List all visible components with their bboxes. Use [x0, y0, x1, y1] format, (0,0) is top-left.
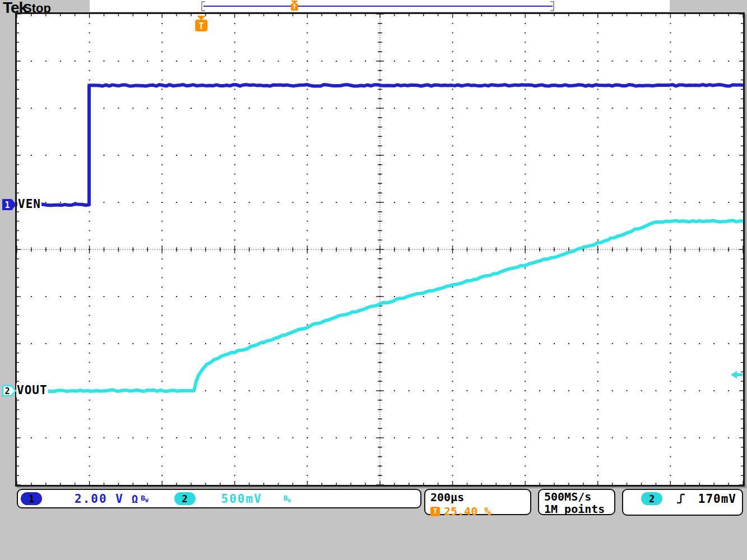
record-length-readout: 1M points	[544, 503, 614, 515]
rising-edge-icon	[676, 493, 686, 505]
sample-rate-readout: 500MS/s	[544, 490, 614, 503]
trigger-readout-box[interactable]: 2 170mV	[622, 489, 743, 516]
timebase-readout-box[interactable]: 200µs T 25.40 %	[424, 489, 531, 515]
ch1-impedance-icon: Ω	[132, 493, 138, 505]
ch1-reference-marker: 1	[2, 198, 17, 211]
ch1-trace-label: VEN	[17, 197, 41, 211]
channel-readouts-box[interactable]: 1 2.00 V Ω BW 2 500mV BW	[17, 489, 421, 508]
ch1-badge-number: 1	[29, 493, 34, 505]
ch1-badge: 1	[21, 492, 42, 505]
ch2-reference-marker: 2	[2, 384, 17, 397]
ch1-scale-readout: 2.00 V	[75, 492, 124, 506]
ch1-marker-number: 1	[4, 200, 10, 210]
acquisition-readout-box[interactable]: 500MS/s 1M points	[538, 489, 615, 515]
ch2-scale-readout: 500mV	[221, 492, 262, 506]
svg-text:T: T	[198, 21, 204, 31]
ch2-marker-number: 2	[4, 386, 10, 396]
trigger-source-badge: 2	[641, 492, 662, 505]
ch2-badge: 2	[174, 492, 196, 505]
ch2-trace-label: VOUT	[16, 383, 48, 397]
waveform-plot: T	[17, 14, 743, 485]
timebase-scale: 200µs	[430, 490, 530, 504]
waveform-display: T	[15, 12, 745, 487]
ch1-bandwidth-icon: BW	[141, 494, 148, 503]
trigger-position-mini-icon: T	[291, 1, 298, 11]
trigger-source-number: 2	[649, 493, 655, 505]
acquisition-preview-graphic: T	[90, 0, 670, 12]
ch2-bandwidth-icon: BW	[284, 494, 291, 503]
ch2-badge-number: 2	[182, 493, 187, 505]
acquisition-preview-strip: T	[90, 0, 670, 12]
oscilloscope-screen: Tek Stop T T 1 2 VEN VOUT	[0, 0, 747, 560]
svg-text:T: T	[293, 4, 296, 10]
trigger-position-icon: T	[430, 507, 440, 516]
trigger-position-readout: 25.40 %	[444, 505, 491, 518]
trigger-level-readout: 170mV	[698, 492, 736, 506]
